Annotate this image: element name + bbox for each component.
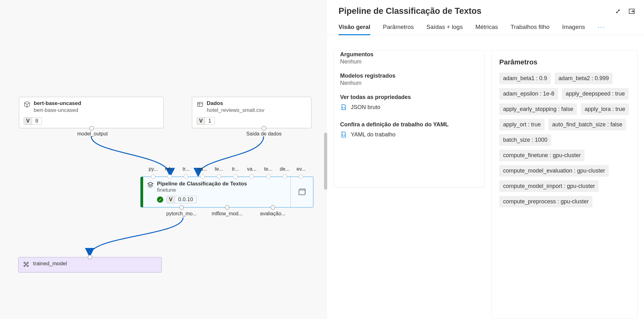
raw-json-label: JSON bruto <box>351 104 380 111</box>
parameters-card: Parâmetros adam_beta1 : 0.9adam_beta2 : … <box>491 50 638 319</box>
param-chip[interactable]: auto_find_batch_size : false <box>548 119 626 130</box>
node-bert[interactable]: bert-base-uncased bert-base-uncased V 8 … <box>19 97 164 128</box>
code-file-icon <box>340 131 347 138</box>
node-subtitle: bert-base-uncased <box>34 107 159 113</box>
node-subtitle: hotel_reviews_small.csv <box>207 107 307 113</box>
registered-models-value: Nenhum <box>340 80 478 86</box>
output-port-label: pytorch_mo... <box>166 211 197 217</box>
panel-title: Pipeline de Classificação de Textos <box>339 6 614 16</box>
input-port[interactable] <box>299 174 303 179</box>
yaml-def-heading: Confira a definição de trabalho do YAML <box>340 121 478 128</box>
svg-point-3 <box>27 262 28 263</box>
node-trained-model[interactable]: trained_model <box>18 257 162 272</box>
output-port-label: model_output <box>77 131 108 137</box>
input-port-label: tr... <box>182 166 189 172</box>
input-port[interactable] <box>217 174 221 179</box>
tab-sa-das-logs[interactable]: Saídas + logs <box>426 24 463 35</box>
param-chip[interactable]: compute_finetune : gpu-cluster <box>499 150 585 161</box>
svg-point-4 <box>24 265 25 267</box>
cube-icon <box>24 100 31 109</box>
canvas-scrollbar[interactable] <box>324 133 327 190</box>
code-file-icon <box>340 104 347 111</box>
node-data[interactable]: Dados hotel_reviews_small.csv V 1 Saída … <box>192 97 311 128</box>
tab-m-tricas[interactable]: Métricas <box>475 24 498 35</box>
input-port-label: va... <box>247 166 256 172</box>
details-panel: Pipeline de Classificação de Textos Visã… <box>327 0 644 319</box>
output-port[interactable] <box>225 205 229 210</box>
output-port-label: avaliação... <box>260 211 286 217</box>
node-title: trained_model <box>33 261 157 267</box>
pipeline-canvas[interactable]: bert-base-uncased bert-base-uncased V 8 … <box>0 0 327 319</box>
param-chip[interactable]: apply_deepspeed : true <box>562 88 629 100</box>
yaml-link-label: YAML do trabalho <box>351 131 395 138</box>
param-chip[interactable]: adam_epsilon : 1e-8 <box>499 88 558 100</box>
input-port-label: de... <box>280 166 289 172</box>
param-chip[interactable]: compute_model_evaluation : gpu-cluster <box>499 165 609 177</box>
tab-par-metros[interactable]: Parâmetros <box>383 24 414 35</box>
raw-json-link[interactable]: JSON bruto <box>340 104 478 111</box>
param-chip[interactable]: adam_beta1 : 0.9 <box>499 73 551 84</box>
node-pipeline[interactable]: Pipeline de Classificação de Textos fine… <box>140 177 313 207</box>
dataset-icon <box>197 100 204 109</box>
registered-models-heading: Modelos registrados <box>340 73 478 79</box>
node-subtitle: finetune <box>157 187 247 193</box>
input-port[interactable] <box>200 174 205 179</box>
param-chip[interactable]: batch_size : 1000 <box>499 134 551 146</box>
input-port[interactable] <box>88 255 92 259</box>
open-details-button[interactable] <box>290 177 313 207</box>
overview-card: Argumentos Nenhum Modelos registrados Ne… <box>333 50 484 187</box>
svg-point-5 <box>27 265 28 267</box>
tab-imagens[interactable]: Imagens <box>562 24 585 35</box>
node-title: bert-base-uncased <box>34 100 159 107</box>
svg-point-2 <box>24 262 25 263</box>
panel-collapse-icon[interactable] <box>628 8 635 15</box>
version-badge: V 0.0.10 <box>166 196 197 203</box>
tab-trabalhos-filho[interactable]: Trabalhos filho <box>511 24 550 35</box>
output-port[interactable] <box>262 126 266 130</box>
input-port-label: ev... <box>296 166 305 172</box>
node-title: Pipeline de Classificação de Textos <box>157 181 247 187</box>
parameters-heading: Parâmetros <box>499 58 630 66</box>
param-chip[interactable]: compute_model_import : gpu-cluster <box>499 180 599 192</box>
tab-vis-o-geral[interactable]: Visão geral <box>339 24 370 35</box>
output-port[interactable] <box>271 205 275 210</box>
input-port-label: py... <box>148 166 158 172</box>
all-properties-heading: Ver todas as propriedades <box>340 94 478 101</box>
version-badge: V 8 <box>24 117 42 125</box>
version-badge: V 1 <box>197 117 215 125</box>
arguments-heading: Argumentos <box>340 51 478 58</box>
output-port-label: mlflow_mod... <box>212 211 243 217</box>
input-port-label: va... <box>198 166 207 172</box>
param-chip[interactable]: apply_lora : true <box>581 103 629 115</box>
input-port-label: te... <box>264 166 272 172</box>
input-port-label: ml... <box>165 166 174 172</box>
model-icon <box>23 261 30 269</box>
status-bar <box>141 177 143 207</box>
svg-rect-1 <box>299 190 305 195</box>
param-chip[interactable]: adam_beta2 : 0.999 <box>555 73 613 84</box>
status-check-icon: ✓ <box>157 196 163 203</box>
output-port[interactable] <box>89 126 94 130</box>
output-port[interactable] <box>179 205 184 210</box>
stack-icon <box>147 181 154 190</box>
arguments-value: Nenhum <box>340 58 478 65</box>
tabs: Visão geralParâmetrosSaídas + logsMétric… <box>327 19 644 35</box>
input-port-label: tr... <box>232 166 239 172</box>
input-port[interactable] <box>266 174 271 179</box>
input-port[interactable] <box>283 174 287 179</box>
tabs-overflow-button[interactable]: ··· <box>598 24 606 35</box>
yaml-link[interactable]: YAML do trabalho <box>340 131 478 138</box>
output-port-label: Saída de dados <box>246 131 282 137</box>
node-title: Dados <box>207 100 307 107</box>
param-chip[interactable]: compute_preprocess : gpu-cluster <box>499 196 592 207</box>
input-port-label: te... <box>215 166 223 172</box>
svg-rect-0 <box>198 102 203 107</box>
expand-icon[interactable] <box>614 8 621 15</box>
input-port[interactable] <box>233 174 238 179</box>
param-chip[interactable]: apply_early_stopping : false <box>499 103 577 115</box>
input-port[interactable] <box>151 174 155 179</box>
param-chip[interactable]: apply_ort : true <box>499 119 545 130</box>
